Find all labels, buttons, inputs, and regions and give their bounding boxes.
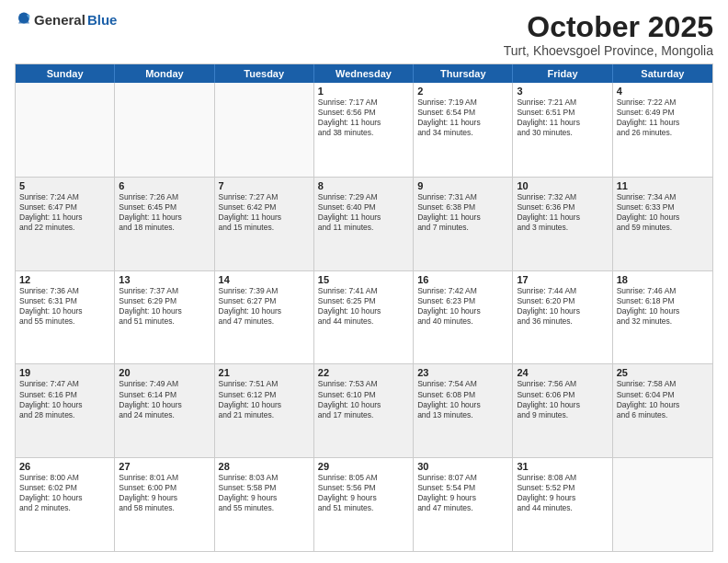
calendar-cell: 17Sunrise: 7:44 AM Sunset: 6:20 PM Dayli… <box>513 271 612 364</box>
month-title: October 2025 <box>504 11 713 43</box>
calendar-cell: 11Sunrise: 7:34 AM Sunset: 6:33 PM Dayli… <box>613 178 712 270</box>
header-day-saturday: Saturday <box>613 64 712 83</box>
cell-daylight-info: Sunrise: 7:58 AM Sunset: 6:04 PM Dayligh… <box>617 379 709 419</box>
day-number: 29 <box>318 461 409 472</box>
calendar-cell: 24Sunrise: 7:56 AM Sunset: 6:06 PM Dayli… <box>513 364 612 457</box>
calendar-cell: 25Sunrise: 7:58 AM Sunset: 6:04 PM Dayli… <box>613 364 712 457</box>
calendar-cell: 5Sunrise: 7:24 AM Sunset: 6:47 PM Daylig… <box>16 178 115 270</box>
calendar-cell <box>613 458 712 551</box>
cell-daylight-info: Sunrise: 8:08 AM Sunset: 5:52 PM Dayligh… <box>517 473 608 513</box>
calendar-cell: 13Sunrise: 7:37 AM Sunset: 6:29 PM Dayli… <box>115 271 214 364</box>
cell-daylight-info: Sunrise: 7:56 AM Sunset: 6:06 PM Dayligh… <box>517 379 608 419</box>
day-number: 7 <box>219 180 310 191</box>
logo: General Blue <box>15 11 117 28</box>
cell-daylight-info: Sunrise: 8:07 AM Sunset: 5:54 PM Dayligh… <box>417 473 508 513</box>
cell-daylight-info: Sunrise: 7:36 AM Sunset: 6:31 PM Dayligh… <box>19 286 110 327</box>
calendar-cell: 16Sunrise: 7:42 AM Sunset: 6:23 PM Dayli… <box>414 271 513 364</box>
day-number: 27 <box>119 461 210 472</box>
calendar-cell: 30Sunrise: 8:07 AM Sunset: 5:54 PM Dayli… <box>414 458 513 551</box>
logo-general-text: General <box>34 12 85 28</box>
day-number: 23 <box>417 367 508 378</box>
calendar-cell <box>115 83 214 177</box>
calendar: SundayMondayTuesdayWednesdayThursdayFrid… <box>15 63 713 552</box>
cell-daylight-info: Sunrise: 7:51 AM Sunset: 6:12 PM Dayligh… <box>219 379 310 419</box>
logo-blue-text: Blue <box>87 12 118 28</box>
cell-daylight-info: Sunrise: 7:17 AM Sunset: 6:56 PM Dayligh… <box>318 98 409 138</box>
day-number: 12 <box>19 274 110 285</box>
calendar-body: 1Sunrise: 7:17 AM Sunset: 6:56 PM Daylig… <box>16 83 712 551</box>
cell-daylight-info: Sunrise: 7:34 AM Sunset: 6:33 PM Dayligh… <box>617 192 709 233</box>
cell-daylight-info: Sunrise: 7:24 AM Sunset: 6:47 PM Dayligh… <box>19 192 110 233</box>
header-day-tuesday: Tuesday <box>215 64 314 83</box>
calendar-row-3: 19Sunrise: 7:47 AM Sunset: 6:16 PM Dayli… <box>16 363 712 457</box>
calendar-cell: 2Sunrise: 7:19 AM Sunset: 6:54 PM Daylig… <box>414 83 513 177</box>
cell-daylight-info: Sunrise: 7:46 AM Sunset: 6:18 PM Dayligh… <box>617 286 709 327</box>
header-day-wednesday: Wednesday <box>314 64 414 83</box>
calendar-cell: 20Sunrise: 7:49 AM Sunset: 6:14 PM Dayli… <box>115 364 214 457</box>
day-number: 25 <box>617 367 709 378</box>
calendar-cell: 9Sunrise: 7:31 AM Sunset: 6:38 PM Daylig… <box>414 178 513 270</box>
calendar-cell: 4Sunrise: 7:22 AM Sunset: 6:49 PM Daylig… <box>613 83 712 177</box>
cell-daylight-info: Sunrise: 8:03 AM Sunset: 5:58 PM Dayligh… <box>219 473 310 513</box>
day-number: 30 <box>417 461 508 472</box>
calendar-cell: 6Sunrise: 7:26 AM Sunset: 6:45 PM Daylig… <box>115 178 214 270</box>
calendar-cell: 1Sunrise: 7:17 AM Sunset: 6:56 PM Daylig… <box>314 83 414 177</box>
day-number: 9 <box>417 180 508 191</box>
calendar-cell <box>215 83 314 177</box>
day-number: 24 <box>517 367 608 378</box>
calendar-cell: 21Sunrise: 7:51 AM Sunset: 6:12 PM Dayli… <box>215 364 314 457</box>
cell-daylight-info: Sunrise: 7:54 AM Sunset: 6:08 PM Dayligh… <box>417 379 508 419</box>
header-day-monday: Monday <box>115 64 214 83</box>
calendar-cell <box>16 83 115 177</box>
day-number: 31 <box>517 461 608 472</box>
calendar-cell: 12Sunrise: 7:36 AM Sunset: 6:31 PM Dayli… <box>16 271 115 364</box>
day-number: 17 <box>517 274 608 285</box>
cell-daylight-info: Sunrise: 7:32 AM Sunset: 6:36 PM Dayligh… <box>517 192 608 233</box>
day-number: 22 <box>318 367 409 378</box>
header: General Blue October 2025 Turt, Khoevsgo… <box>15 11 713 58</box>
cell-daylight-info: Sunrise: 7:26 AM Sunset: 6:45 PM Dayligh… <box>119 192 210 233</box>
cell-daylight-info: Sunrise: 7:31 AM Sunset: 6:38 PM Dayligh… <box>417 192 508 233</box>
cell-daylight-info: Sunrise: 7:21 AM Sunset: 6:51 PM Dayligh… <box>517 98 608 138</box>
day-number: 15 <box>318 274 409 285</box>
calendar-cell: 26Sunrise: 8:00 AM Sunset: 6:02 PM Dayli… <box>16 458 115 551</box>
header-day-thursday: Thursday <box>414 64 513 83</box>
calendar-row-4: 26Sunrise: 8:00 AM Sunset: 6:02 PM Dayli… <box>16 457 712 551</box>
cell-daylight-info: Sunrise: 8:00 AM Sunset: 6:02 PM Dayligh… <box>19 473 110 513</box>
cell-daylight-info: Sunrise: 7:29 AM Sunset: 6:40 PM Dayligh… <box>318 192 409 233</box>
header-day-friday: Friday <box>513 64 612 83</box>
day-number: 26 <box>19 461 110 472</box>
day-number: 8 <box>318 180 409 191</box>
calendar-cell: 29Sunrise: 8:05 AM Sunset: 5:56 PM Dayli… <box>314 458 414 551</box>
cell-daylight-info: Sunrise: 7:42 AM Sunset: 6:23 PM Dayligh… <box>417 286 508 327</box>
calendar-cell: 22Sunrise: 7:53 AM Sunset: 6:10 PM Dayli… <box>314 364 414 457</box>
day-number: 13 <box>119 274 210 285</box>
day-number: 3 <box>517 86 608 97</box>
cell-daylight-info: Sunrise: 7:37 AM Sunset: 6:29 PM Dayligh… <box>119 286 210 327</box>
calendar-row-1: 5Sunrise: 7:24 AM Sunset: 6:47 PM Daylig… <box>16 177 712 270</box>
calendar-header: SundayMondayTuesdayWednesdayThursdayFrid… <box>16 64 712 83</box>
day-number: 20 <box>119 367 210 378</box>
cell-daylight-info: Sunrise: 8:05 AM Sunset: 5:56 PM Dayligh… <box>318 473 409 513</box>
cell-daylight-info: Sunrise: 7:44 AM Sunset: 6:20 PM Dayligh… <box>517 286 608 327</box>
location-subtitle: Turt, Khoevsgoel Province, Mongolia <box>504 43 713 58</box>
header-day-sunday: Sunday <box>16 64 115 83</box>
day-number: 1 <box>318 86 409 97</box>
cell-daylight-info: Sunrise: 7:47 AM Sunset: 6:16 PM Dayligh… <box>19 379 110 419</box>
cell-daylight-info: Sunrise: 7:41 AM Sunset: 6:25 PM Dayligh… <box>318 286 409 327</box>
calendar-cell: 14Sunrise: 7:39 AM Sunset: 6:27 PM Dayli… <box>215 271 314 364</box>
calendar-cell: 10Sunrise: 7:32 AM Sunset: 6:36 PM Dayli… <box>513 178 612 270</box>
day-number: 28 <box>219 461 310 472</box>
title-block: October 2025 Turt, Khoevsgoel Province, … <box>504 11 713 58</box>
calendar-cell: 15Sunrise: 7:41 AM Sunset: 6:25 PM Dayli… <box>314 271 414 364</box>
calendar-cell: 3Sunrise: 7:21 AM Sunset: 6:51 PM Daylig… <box>513 83 612 177</box>
day-number: 14 <box>219 274 310 285</box>
cell-daylight-info: Sunrise: 7:39 AM Sunset: 6:27 PM Dayligh… <box>219 286 310 327</box>
day-number: 5 <box>19 180 110 191</box>
calendar-cell: 31Sunrise: 8:08 AM Sunset: 5:52 PM Dayli… <box>513 458 612 551</box>
calendar-row-0: 1Sunrise: 7:17 AM Sunset: 6:56 PM Daylig… <box>16 83 712 177</box>
day-number: 10 <box>517 180 608 191</box>
cell-daylight-info: Sunrise: 7:49 AM Sunset: 6:14 PM Dayligh… <box>119 379 210 419</box>
day-number: 6 <box>119 180 210 191</box>
calendar-cell: 27Sunrise: 8:01 AM Sunset: 6:00 PM Dayli… <box>115 458 214 551</box>
